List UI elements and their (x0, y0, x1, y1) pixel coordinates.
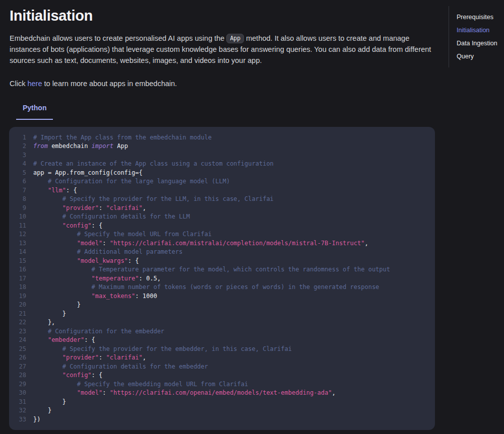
line-number: 27 (13, 363, 26, 370)
code-lines: 1# Import the App class from the embedch… (13, 133, 430, 424)
code-line: 26 "provider": "clarifai", (13, 353, 430, 363)
code-line-content: "model": "https://clarifai.com/mistralai… (33, 240, 430, 247)
toc-list: PrerequisitesInitialisationData Ingestio… (457, 13, 503, 60)
code-line-content: from embedchain import App (33, 142, 430, 150)
line-number: 15 (13, 257, 26, 264)
code-line: 28 "config": { (13, 371, 430, 380)
line-number: 20 (13, 301, 26, 308)
code-line: 5app = App.from_config(config={ (13, 168, 430, 177)
line-number: 12 (13, 231, 26, 238)
code-line: 18 # Maximum number of tokens (words or … (13, 283, 430, 292)
code-line-content: "max_tokens": 1000 (33, 293, 430, 300)
code-line-content: # Configuration details for the embedder (33, 363, 430, 370)
code-line: 11 "config": { (13, 221, 430, 230)
code-line-content: "model": "https://clarifai.com/openai/em… (33, 389, 430, 396)
code-line-content: } (33, 301, 430, 308)
code-line: 33}) (13, 415, 430, 424)
main-content: Initialisation Embedchain allows users t… (0, 0, 444, 430)
code-line-content: # Maximum number of tokens (words or pie… (33, 283, 430, 291)
line-number: 18 (13, 283, 26, 291)
code-line: 22 }, (13, 318, 430, 327)
code-line-content: # Import the App class from the embedcha… (33, 134, 430, 141)
code-line: 20 } (13, 301, 430, 310)
line-number: 24 (13, 336, 26, 343)
line-number: 17 (13, 275, 26, 282)
code-line: 15 "model_kwargs": { (13, 256, 430, 265)
page-title: Initialisation (10, 8, 444, 24)
line-number: 33 (13, 416, 26, 423)
line-number: 25 (13, 345, 26, 352)
code-line: 21 } (13, 309, 430, 318)
code-line: 16 # Temperature parameter for the model… (13, 265, 430, 274)
line-number: 6 (13, 178, 26, 185)
here-link[interactable]: here (27, 80, 42, 88)
line-number: 22 (13, 319, 26, 326)
code-line-content: # Specify the provider for the embedder,… (33, 345, 430, 352)
code-line: 31 } (13, 397, 430, 406)
toc-item-initialisation[interactable]: Initialisation (457, 26, 503, 34)
code-line: 8 # Specify the provider for the LLM, in… (13, 195, 430, 204)
code-line-content: } (33, 310, 430, 317)
intro-text-before: Embedchain allows users to create person… (10, 34, 226, 42)
code-line-content: "provider": "clarifai", (33, 204, 430, 211)
line-number: 8 (13, 195, 26, 202)
line-number: 19 (13, 293, 26, 300)
code-line: 25 # Specify the provider for the embedd… (13, 344, 430, 353)
line-number: 28 (13, 372, 26, 379)
note-text-after: to learn more about apps in embedchain. (42, 80, 177, 88)
tab-python[interactable]: Python (16, 104, 53, 120)
line-number: 1 (13, 134, 26, 141)
code-line: 12 # Specify the model URL from Clarifai (13, 230, 430, 239)
code-line: 7 "llm": { (13, 186, 430, 195)
code-line-content: app = App.from_config(config={ (33, 169, 430, 176)
line-number: 31 (13, 398, 26, 405)
code-line-content: } (33, 407, 430, 414)
code-line-content: # Create an instance of the App class us… (33, 160, 430, 167)
code-line-content: "llm": { (33, 187, 430, 194)
code-line: 30 "model": "https://clarifai.com/openai… (13, 389, 430, 398)
code-line: 23 # Configuration for the embedder (13, 327, 430, 336)
code-line-content: # Configuration details for the LLM (33, 213, 430, 220)
intro-paragraph: Embedchain allows users to create person… (10, 33, 436, 66)
code-line: 10 # Configuration details for the LLM (13, 212, 430, 222)
code-line: 17 "temperature": 0.5, (13, 274, 430, 283)
code-line: 24 "embedder": { (13, 336, 430, 345)
line-number: 11 (13, 222, 26, 229)
code-line: 4# Create an instance of the App class u… (13, 160, 430, 169)
code-line-content: # Configuration for the large language m… (33, 178, 430, 185)
toc-item-data-ingestion[interactable]: Data Ingestion (457, 39, 503, 47)
line-number: 26 (13, 354, 26, 361)
line-number: 23 (13, 328, 26, 335)
code-line: 6 # Configuration for the large language… (13, 177, 430, 186)
line-number: 3 (13, 152, 26, 159)
line-number: 7 (13, 187, 26, 194)
toc-item-prerequisites[interactable]: Prerequisites (457, 13, 503, 21)
code-line-content: }, (33, 319, 430, 326)
line-number: 2 (13, 142, 26, 150)
code-line: 9 "provider": "clarifai", (13, 203, 430, 212)
code-line-content: # Temperature parameter for the model, w… (33, 266, 430, 273)
line-number: 30 (13, 389, 26, 396)
line-number: 4 (13, 160, 26, 167)
code-line-content: "embedder": { (33, 336, 430, 343)
line-number: 14 (13, 248, 26, 255)
code-line-content: }) (33, 416, 430, 423)
code-line-content: "config": { (33, 372, 430, 379)
code-line: 14 # Additional model parameters (13, 248, 430, 257)
code-line: 3 (13, 151, 430, 160)
code-line-content: "temperature": 0.5, (33, 275, 430, 282)
line-number: 9 (13, 204, 26, 211)
toc-sidebar: PrerequisitesInitialisationData Ingestio… (449, 6, 503, 67)
line-number: 5 (13, 169, 26, 176)
code-line-content: # Specify the provider for the LLM, in t… (33, 195, 430, 202)
toc-item-query[interactable]: Query (457, 52, 503, 60)
code-line-content: "model_kwargs": { (33, 257, 430, 264)
code-line: 13 "model": "https://clarifai.com/mistra… (13, 239, 430, 248)
line-number: 16 (13, 266, 26, 273)
note-text-before: Click (10, 80, 27, 88)
code-line: 1# Import the App class from the embedch… (13, 133, 430, 142)
code-line-content: # Configuration for the embedder (33, 328, 430, 335)
code-line: 2from embedchain import App (13, 142, 430, 151)
code-line: 27 # Configuration details for the embed… (13, 362, 430, 371)
code-line-content: # Additional model parameters (33, 248, 430, 255)
